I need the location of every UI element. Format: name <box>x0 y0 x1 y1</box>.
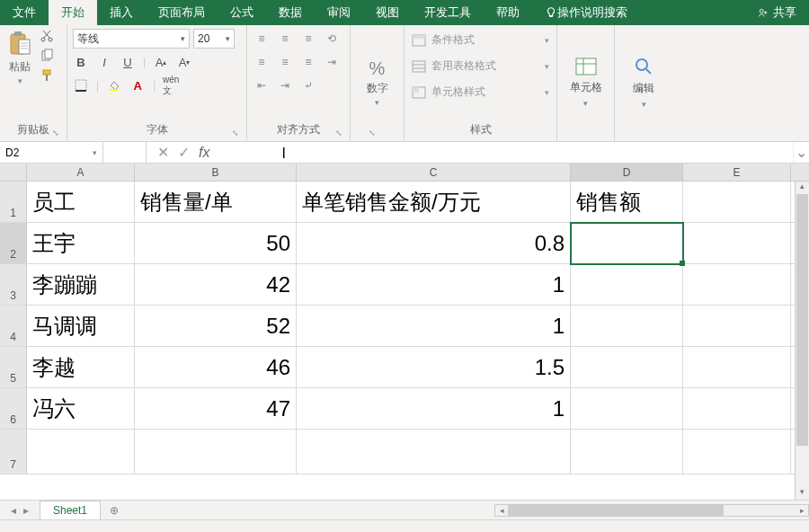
column-header-E[interactable]: E <box>683 164 791 181</box>
border-button[interactable] <box>73 77 89 93</box>
tab-layout[interactable]: 页面布局 <box>146 0 218 25</box>
cell-C6[interactable]: 1 <box>297 388 571 429</box>
font-name-combo[interactable]: 等线▾ <box>73 29 190 49</box>
tab-insert[interactable]: 插入 <box>97 0 146 25</box>
sheet-nav-next[interactable]: ▸ <box>23 504 29 517</box>
scroll-right-icon[interactable]: ▸ <box>796 506 808 515</box>
number-format-button[interactable]: % 数字 ▾ <box>367 58 388 107</box>
formula-input[interactable]: I <box>220 142 793 163</box>
underline-button[interactable]: U <box>120 54 136 70</box>
copy-button[interactable] <box>40 49 54 63</box>
cell-C5[interactable]: 1.5 <box>297 347 571 387</box>
hscroll-thumb[interactable] <box>508 505 724 516</box>
cell-styles-button[interactable]: 单元格样式▾ <box>410 81 551 103</box>
cell-E5[interactable] <box>683 347 791 387</box>
expand-formula-bar-button[interactable]: ⌄ <box>793 142 809 163</box>
grow-font-button[interactable]: A▴ <box>153 54 169 70</box>
cancel-formula-button[interactable]: ✕ <box>157 144 169 161</box>
format-painter-button[interactable] <box>40 68 54 83</box>
cell-B2[interactable]: 50 <box>135 223 297 263</box>
sheet-nav-prev[interactable]: ◂ <box>11 504 16 517</box>
enter-formula-button[interactable]: ✓ <box>178 144 190 161</box>
cell-A2[interactable]: 王宇 <box>27 223 135 263</box>
italic-button[interactable]: I <box>96 54 112 70</box>
align-middle-button[interactable]: ≡ <box>276 31 294 47</box>
tab-home[interactable]: 开始 <box>49 0 97 25</box>
tab-view[interactable]: 视图 <box>363 0 412 25</box>
merge-button[interactable]: ⇥ <box>323 54 341 70</box>
cell-D7[interactable] <box>571 430 683 474</box>
cell-E3[interactable] <box>683 264 791 305</box>
row-header-4[interactable]: 4 <box>0 306 27 346</box>
row-header-3[interactable]: 3 <box>0 264 27 305</box>
column-header-A[interactable]: A <box>27 164 135 181</box>
cell-E6[interactable] <box>683 388 791 429</box>
conditional-format-button[interactable]: 条件格式▾ <box>410 29 551 51</box>
insert-function-button[interactable]: fx <box>199 145 209 161</box>
bold-button[interactable]: B <box>73 54 89 70</box>
increase-indent-button[interactable]: ⇥ <box>276 77 294 93</box>
alignment-dialog-icon[interactable]: ⤡ <box>335 129 342 137</box>
align-left-button[interactable]: ≡ <box>253 54 271 70</box>
row-header-6[interactable]: 6 <box>0 388 27 429</box>
cell-E4[interactable] <box>683 306 791 346</box>
fill-color-button[interactable] <box>106 77 122 93</box>
cell-D1[interactable]: 销售额 <box>571 182 683 222</box>
add-sheet-button[interactable]: ⊕ <box>101 504 128 517</box>
tab-data[interactable]: 数据 <box>266 0 315 25</box>
orientation-button[interactable]: ⟲ <box>323 31 341 47</box>
vertical-scrollbar[interactable]: ▴ ▾ <box>795 182 809 500</box>
sheet-tab-1[interactable]: Sheet1 <box>40 501 101 519</box>
shrink-font-button[interactable]: A▾ <box>176 54 192 70</box>
cell-B3[interactable]: 42 <box>135 264 297 305</box>
align-top-button[interactable]: ≡ <box>253 31 271 47</box>
cell-A1[interactable]: 员工 <box>27 182 135 222</box>
select-all-corner[interactable] <box>0 164 27 181</box>
cell-D2[interactable] <box>571 223 683 263</box>
wrap-text-button[interactable]: ⤶ <box>299 77 317 93</box>
align-center-button[interactable]: ≡ <box>276 54 294 70</box>
cell-C2[interactable]: 0.8 <box>297 223 571 263</box>
share-button[interactable]: 共享 <box>744 0 809 25</box>
cell-A5[interactable]: 李越 <box>27 347 135 387</box>
cell-C3[interactable]: 1 <box>297 264 571 305</box>
tab-help[interactable]: 帮助 <box>484 0 532 25</box>
font-color-button[interactable]: A <box>129 77 146 93</box>
cell-D5[interactable] <box>571 347 683 387</box>
tellme-search[interactable]: 操作说明搜索 <box>532 0 640 25</box>
row-header-7[interactable]: 7 <box>0 430 27 474</box>
align-bottom-button[interactable]: ≡ <box>299 31 317 47</box>
scroll-down-icon[interactable]: ▾ <box>796 487 809 500</box>
align-right-button[interactable]: ≡ <box>299 54 317 70</box>
scroll-thumb[interactable] <box>796 194 808 446</box>
cells-button[interactable]: 单元格 ▾ <box>570 57 602 108</box>
edit-button[interactable]: 编辑 ▾ <box>633 56 654 109</box>
cell-D6[interactable] <box>571 388 683 429</box>
decrease-indent-button[interactable]: ⇤ <box>253 77 271 93</box>
name-box[interactable]: D2▾ <box>0 142 103 163</box>
cell-B4[interactable]: 52 <box>135 306 297 346</box>
tab-formulas[interactable]: 公式 <box>218 0 266 25</box>
phonetic-button[interactable]: wén文 <box>163 77 179 93</box>
column-header-D[interactable]: D <box>571 164 683 181</box>
cell-C1[interactable]: 单笔销售金额/万元 <box>297 182 571 222</box>
cell-C7[interactable] <box>297 430 571 474</box>
cell-B7[interactable] <box>135 430 297 474</box>
cell-E1[interactable] <box>683 182 791 222</box>
horizontal-scrollbar[interactable]: ◂ ▸ <box>494 504 809 517</box>
tab-review[interactable]: 审阅 <box>315 0 363 25</box>
cell-E7[interactable] <box>683 430 791 474</box>
cell-B6[interactable]: 47 <box>135 388 297 429</box>
cell-A3[interactable]: 李蹦蹦 <box>27 264 135 305</box>
scroll-up-icon[interactable]: ▴ <box>796 182 809 194</box>
cut-button[interactable] <box>40 29 54 43</box>
cell-B5[interactable]: 46 <box>135 347 297 387</box>
cell-D3[interactable] <box>571 264 683 305</box>
cell-C4[interactable]: 1 <box>297 306 571 346</box>
clipboard-dialog-icon[interactable]: ⤡ <box>52 129 59 137</box>
table-format-button[interactable]: 套用表格格式▾ <box>410 55 551 77</box>
cell-A6[interactable]: 冯六 <box>27 388 135 429</box>
column-header-C[interactable]: C <box>297 164 571 181</box>
row-header-2[interactable]: 2 <box>0 223 27 263</box>
cell-B1[interactable]: 销售量/单 <box>135 182 297 222</box>
